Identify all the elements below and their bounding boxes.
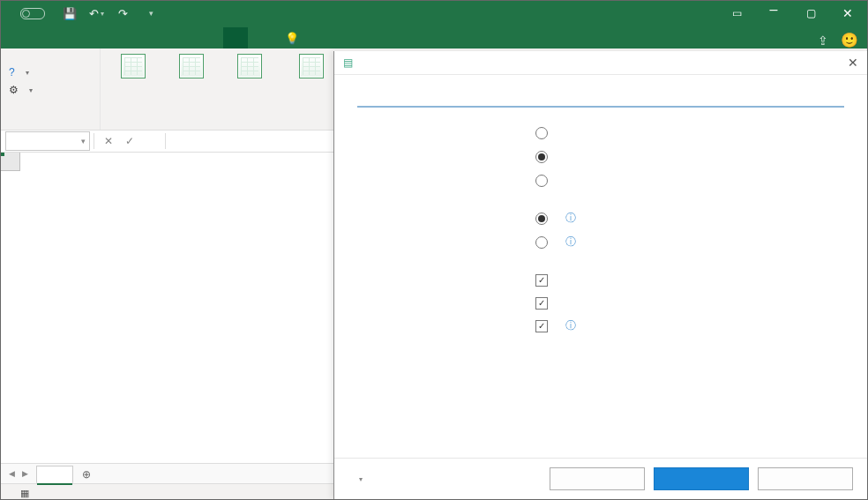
sheet-nav-next-icon[interactable]: ▶ bbox=[22, 469, 28, 478]
tab-data[interactable] bbox=[124, 27, 149, 49]
autosave-switch[interactable] bbox=[20, 8, 45, 19]
radio-paste-all[interactable] bbox=[535, 125, 844, 139]
tab-home[interactable] bbox=[26, 27, 50, 49]
fx-icon[interactable] bbox=[140, 131, 161, 151]
help-icon[interactable]: ⓘ bbox=[565, 318, 576, 333]
merge-duplicates-button[interactable] bbox=[222, 51, 277, 83]
tab-ablebits-tools[interactable] bbox=[248, 27, 273, 49]
select-all-corner[interactable] bbox=[1, 153, 20, 171]
tab-tell-me[interactable]: 💡 bbox=[273, 27, 315, 49]
qat-customize-icon[interactable]: ▾ bbox=[144, 6, 158, 20]
tab-ablebits-data[interactable] bbox=[223, 27, 248, 49]
sheet-tab-active[interactable] bbox=[36, 466, 73, 484]
copy-button[interactable] bbox=[654, 467, 749, 490]
tab-view[interactable] bbox=[174, 27, 198, 49]
section-paste-label bbox=[357, 125, 518, 188]
cancel-formula-icon[interactable]: ✕ bbox=[98, 131, 119, 151]
section-copy-label bbox=[357, 272, 518, 333]
redo-icon[interactable]: ↷ bbox=[116, 6, 130, 20]
ablebits-brand[interactable]: ▾ bbox=[354, 475, 363, 483]
dialog-icon: ▤ bbox=[343, 56, 353, 69]
window-maximize-icon[interactable]: ▢ bbox=[804, 6, 818, 20]
dialog-close-icon[interactable]: ✕ bbox=[848, 56, 858, 70]
check-separate-blank[interactable]: ✓ bbox=[535, 295, 844, 310]
new-sheet-button[interactable]: ⊕ bbox=[77, 466, 96, 483]
group-ultimate-suite bbox=[6, 128, 94, 130]
smiley-icon[interactable]: 🙂 bbox=[841, 32, 858, 49]
dialog-title-bar: ▤ ✕ bbox=[334, 51, 867, 75]
tab-page-layout[interactable] bbox=[75, 27, 100, 49]
help-icon: ? bbox=[9, 66, 15, 78]
check-copy-headers[interactable]: ✓ⓘ bbox=[535, 318, 844, 333]
section-place-label bbox=[357, 211, 518, 250]
options-button[interactable]: ⚙▾ bbox=[6, 82, 35, 98]
help-button[interactable]: ?▾ bbox=[6, 64, 35, 80]
save-icon[interactable]: 💾 bbox=[63, 6, 77, 20]
cancel-button[interactable] bbox=[758, 467, 853, 490]
copy-sheets-dialog: ▤ ✕ bbox=[333, 51, 867, 499]
radio-place-under[interactable]: ⓘ bbox=[535, 211, 844, 226]
tab-review[interactable] bbox=[149, 27, 174, 49]
dialog-footer: ▾ bbox=[334, 458, 867, 499]
tab-insert[interactable] bbox=[50, 27, 75, 49]
combine-sheets-button[interactable] bbox=[164, 51, 219, 83]
tab-file[interactable] bbox=[1, 27, 26, 49]
tab-developer[interactable] bbox=[198, 27, 223, 49]
share-icon[interactable]: ⇪ bbox=[818, 34, 828, 48]
merge-two-tables-button[interactable] bbox=[106, 51, 161, 83]
radio-paste-values[interactable] bbox=[535, 149, 844, 163]
window-close-icon[interactable]: ✕ bbox=[841, 6, 855, 20]
help-icon[interactable]: ⓘ bbox=[565, 235, 576, 250]
ribbon-tabs: 💡 ⇪ 🙂 bbox=[1, 26, 867, 49]
radio-place-side[interactable]: ⓘ bbox=[535, 235, 844, 250]
title-bar: 💾 ↶▾ ↷ ▾ ▭ – ▢ ✕ bbox=[1, 1, 867, 26]
window-minimize-icon[interactable]: – bbox=[767, 3, 781, 17]
radio-create-links[interactable] bbox=[535, 173, 844, 187]
sheet-nav-prev-icon[interactable]: ◀ bbox=[9, 469, 15, 478]
tab-formulas[interactable] bbox=[100, 27, 124, 49]
check-preserve-formatting[interactable]: ✓ bbox=[535, 272, 844, 287]
undo-icon[interactable]: ↶▾ bbox=[89, 6, 103, 20]
name-box[interactable]: ▾ bbox=[5, 131, 90, 151]
macro-record-icon[interactable]: ▦ bbox=[20, 488, 29, 499]
dialog-steps-indicator bbox=[357, 103, 844, 108]
autosave-toggle[interactable] bbox=[15, 8, 50, 19]
back-button[interactable] bbox=[550, 467, 645, 490]
enter-formula-icon[interactable]: ✓ bbox=[119, 131, 140, 151]
gear-icon: ⚙ bbox=[9, 84, 19, 96]
ribbon-display-icon[interactable]: ▭ bbox=[730, 6, 744, 20]
help-icon[interactable]: ⓘ bbox=[565, 211, 576, 226]
